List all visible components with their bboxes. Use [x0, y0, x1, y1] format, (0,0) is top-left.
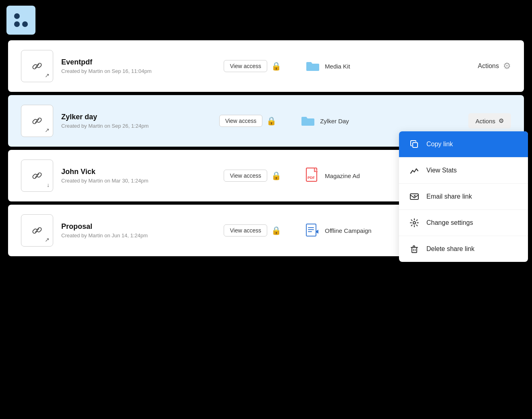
delete-link-label: Delete share link: [426, 245, 474, 253]
link-icon-zylkerday: ↗: [21, 105, 53, 137]
actions-section-zylkerday: Actions ⚙: [468, 113, 511, 129]
gear-icon-zylkerday: ⚙: [499, 117, 504, 124]
svg-point-2: [413, 222, 416, 224]
stats-icon: [409, 165, 420, 176]
share-name-proposal: Proposal: [61, 222, 217, 231]
dot-1: [14, 13, 20, 19]
share-row-eventpdf: ↗ Eventpdf Created by Martin on Sep 16, …: [8, 40, 524, 92]
share-name-eventpdf: Eventpdf: [61, 58, 217, 66]
settings-icon: [409, 217, 420, 228]
dropdown-view-stats[interactable]: View Stats: [399, 158, 528, 184]
share-info-proposal: Proposal Created by Martin on Jun 14, 1:…: [61, 222, 217, 239]
trash-icon: [409, 243, 420, 255]
actions-dropdown: Copy link View Stats: [399, 131, 528, 262]
dropdown-change-settings[interactable]: Change settings: [399, 210, 528, 236]
app-logo: [6, 6, 35, 35]
share-info-eventpdf: Eventpdf Created by Martin on Sep 16, 11…: [61, 58, 217, 74]
dot-3: [14, 21, 20, 27]
lock-icon-proposal: 🔒: [271, 226, 281, 235]
arrow-down-johnvick: ↓: [47, 182, 50, 188]
link-icon-johnvick: ↓: [21, 160, 53, 192]
folder-name-zylkerday: Zylker Day: [320, 118, 349, 124]
share-name-johnvick: John Vick: [61, 168, 217, 176]
share-meta-proposal: Created by Martin on Jun 14, 1:24pm: [61, 232, 217, 239]
folder-name-eventpdf: Media Kit: [325, 63, 350, 70]
folder-section-zylkerday: Zylker Day: [301, 115, 452, 127]
share-row-zylkerday: ↗ Zylker day Created by Martin on Sep 26…: [8, 95, 524, 147]
view-access-btn-zylkerday[interactable]: View access: [219, 115, 263, 127]
view-access-btn-johnvick[interactable]: View access: [224, 170, 267, 182]
dot-4: [22, 21, 28, 27]
view-access-btn-proposal[interactable]: View access: [224, 224, 267, 236]
actions-label-eventpdf: Actions: [478, 62, 499, 70]
arrow-external-eventpdf: ↗: [45, 72, 50, 79]
folder-name-proposal: Offline Campaign: [325, 227, 372, 234]
logo-dots: [11, 10, 31, 30]
view-stats-label: View Stats: [426, 167, 457, 174]
dropdown-delete-link[interactable]: Delete share link: [399, 236, 528, 262]
lock-icon-johnvick: 🔒: [271, 171, 281, 180]
folder-section-eventpdf: Media Kit: [305, 60, 461, 72]
dropdown-copy-link[interactable]: Copy link: [399, 131, 528, 158]
copy-link-label: Copy link: [426, 141, 453, 148]
dot-2: [22, 13, 28, 19]
dropdown-email-share[interactable]: Email share link: [399, 184, 528, 210]
svg-rect-0: [413, 143, 418, 147]
link-icon-eventpdf: ↗: [21, 50, 53, 82]
svg-text:PDF: PDF: [308, 176, 315, 180]
arrow-external-zylkerday: ↗: [45, 127, 50, 133]
share-meta-johnvick: Created by Martin on Mar 30, 1:24pm: [61, 178, 217, 184]
campaign-icon-proposal: [305, 223, 320, 238]
email-icon: [409, 191, 420, 202]
svg-rect-3: [412, 247, 417, 253]
share-name-zylkerday: Zylker day: [61, 113, 213, 121]
folder-icon-zylkerday: [301, 115, 315, 127]
lock-icon-eventpdf: 🔒: [271, 61, 281, 71]
actions-btn-zylkerday[interactable]: Actions ⚙: [468, 113, 511, 129]
actions-label-zylkerday: Actions: [476, 118, 495, 124]
main-content: ↗ Eventpdf Created by Martin on Sep 16, …: [0, 40, 532, 264]
actions-section-eventpdf: Actions ⚙: [478, 61, 511, 71]
share-info-zylkerday: Zylker day Created by Martin on Sep 26, …: [61, 113, 213, 129]
folder-name-johnvick: Magazine Ad: [325, 172, 360, 179]
view-access-btn-eventpdf[interactable]: View access: [224, 60, 267, 72]
top-bar: [0, 0, 532, 40]
pdf-icon-johnvick: PDF: [305, 168, 320, 184]
copy-icon: [409, 139, 420, 150]
email-share-label: Email share link: [426, 193, 472, 200]
gear-icon-eventpdf[interactable]: ⚙: [503, 61, 511, 71]
share-meta-eventpdf: Created by Martin on Sep 16, 11:04pm: [61, 68, 217, 74]
share-info-johnvick: John Vick Created by Martin on Mar 30, 1…: [61, 168, 217, 184]
folder-icon-eventpdf: [305, 60, 320, 72]
link-icon-proposal: ↗: [21, 214, 53, 247]
arrow-external-proposal: ↗: [45, 236, 50, 243]
share-meta-zylkerday: Created by Martin on Sep 26, 1:24pm: [61, 123, 213, 129]
lock-icon-zylkerday: 🔒: [266, 116, 276, 126]
change-settings-label: Change settings: [426, 219, 473, 226]
